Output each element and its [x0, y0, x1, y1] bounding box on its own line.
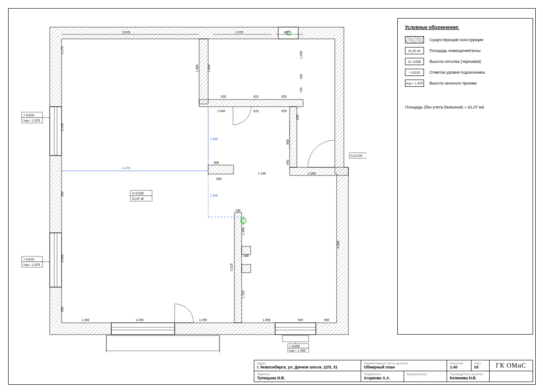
legend-item: + 0,610 Отметка уровня подоконника: [405, 69, 525, 76]
svg-text:655: 655: [296, 114, 299, 120]
window-tag-left-1: + 0,610 hок.= 1.975: [22, 112, 50, 123]
svg-text:815: 815: [253, 95, 259, 98]
legend-item: h= 3.020 Высота потолка (черновая): [405, 58, 525, 65]
svg-text:965: 965: [286, 139, 289, 145]
svg-text:4.695: 4.695: [337, 241, 340, 249]
svg-text:820: 820: [216, 177, 222, 180]
svg-text:290: 290: [61, 191, 64, 197]
tb-lead: Копенева Н.В.: [450, 376, 486, 380]
svg-text:1.340: 1.340: [81, 318, 90, 321]
svg-text:1.720: 1.720: [242, 290, 245, 298]
page: 4.470 1.360 1.205 3.970: [0, 0, 543, 392]
svg-text:1.660: 1.660: [308, 172, 316, 175]
dim-blue-v1: 1.360: [210, 137, 218, 141]
tb-scale: 1:40: [450, 365, 468, 369]
svg-rect-4: [50, 107, 62, 156]
svg-rect-3: [242, 264, 251, 273]
svg-text:2.145: 2.145: [61, 123, 64, 131]
svg-text:395: 395: [61, 307, 64, 312]
svg-text:+ 0,610: + 0,610: [24, 258, 34, 261]
svg-text:300: 300: [214, 161, 219, 164]
svg-text:945: 945: [298, 318, 303, 321]
legend-item: 61,07 м² Площадь помещения/зоны: [405, 47, 525, 54]
svg-text:560: 560: [324, 318, 329, 321]
svg-text:+ 0,610: + 0,610: [24, 113, 34, 117]
legend-title: Условные обозначения:: [405, 25, 525, 30]
svg-text:1.175: 1.175: [61, 46, 64, 54]
dim: 665: [284, 31, 290, 34]
svg-rect-6: [111, 323, 175, 335]
svg-rect-5: [50, 233, 62, 287]
legend-symbol-height: h= 3.020: [405, 58, 424, 65]
svg-rect-36: [282, 335, 309, 342]
svg-text:hок.= 1.975: hок.= 1.975: [24, 119, 40, 122]
tb-client: Тупицына И.В.: [257, 376, 358, 380]
svg-text:61,07 м²: 61,07 м²: [132, 197, 144, 200]
svg-rect-33: [106, 335, 219, 351]
legend-symbol-hatch: [405, 36, 424, 43]
svg-text:920: 920: [221, 95, 226, 98]
svg-text:1.090: 1.090: [262, 318, 271, 321]
svg-text:+ 0,605: + 0,605: [289, 345, 300, 348]
legend-symbol-sill: + 0,610: [405, 69, 424, 76]
logo: ГК ОМиС: [496, 362, 526, 369]
svg-text:2.290: 2.290: [136, 318, 144, 321]
svg-text:hок.= 1.975: hок.= 1.975: [24, 263, 40, 266]
svg-text:1.640: 1.640: [217, 109, 225, 113]
svg-text:3.225: 3.225: [230, 263, 233, 271]
svg-text:hок.= 1.955: hок.= 1.955: [289, 349, 305, 352]
svg-text:1.490: 1.490: [242, 227, 245, 235]
svg-rect-1: [208, 165, 233, 174]
svg-text:180: 180: [235, 209, 241, 212]
svg-text:1.985: 1.985: [195, 64, 199, 72]
svg-text:1.190: 1.190: [258, 172, 266, 175]
svg-text:h=2.270: h=2.270: [351, 154, 362, 157]
legend-item: Существующие конструкции: [405, 36, 525, 43]
legend-area-note: Площадь (без учета балконов) = 61,07 м2: [405, 105, 525, 109]
svg-text:250: 250: [300, 74, 303, 79]
svg-text:720: 720: [300, 87, 303, 93]
svg-text:815: 815: [253, 109, 259, 113]
legend-symbol-area: 61,07 м²: [405, 47, 424, 54]
svg-text:2.500: 2.500: [61, 254, 64, 262]
dim: 1.575: [235, 31, 243, 34]
title-block: Адрес г. Новосибирск, ул. Дачное шоссе, …: [254, 360, 533, 382]
legend-symbol-winh: hок.= 1.975: [405, 80, 424, 87]
svg-text:1.455: 1.455: [199, 318, 207, 321]
tb-developer: Агаркова А.А.: [364, 376, 401, 380]
door-tag-right: h=2.270: [349, 153, 367, 158]
svg-text:655: 655: [281, 95, 287, 98]
svg-rect-2: [242, 246, 251, 255]
room-tags: h=3.020 61,07 м²: [130, 190, 152, 201]
legend-item: hок.= 1.975 Высота оконного проема: [405, 80, 525, 87]
dim-blue-v2: 1.205: [210, 194, 218, 197]
tb-sheet: 03: [474, 365, 486, 369]
tb-sheetname: Обмерный план: [364, 365, 444, 369]
svg-text:h=3.020: h=3.020: [132, 192, 144, 195]
svg-text:655: 655: [281, 109, 287, 113]
window-tag-bottom: + 0,605 hок.= 1.955: [288, 342, 309, 353]
svg-text:440: 440: [286, 160, 289, 165]
svg-text:280: 280: [243, 254, 249, 257]
tb-address: г. Новосибирск, ул. Дачное шоссе, 22/3, …: [257, 365, 358, 369]
svg-rect-7: [275, 323, 316, 335]
svg-text:1.935: 1.935: [207, 64, 210, 72]
legend-panel: Условные обозначения: Существующие конст…: [397, 18, 533, 335]
floorplan: 4.470 1.360 1.205 3.970: [18, 18, 367, 353]
svg-text:1.055: 1.055: [300, 51, 303, 59]
window-tag-left-2: + 0,610 hок.= 1.975: [22, 256, 50, 267]
dim: 3.970: [122, 31, 130, 34]
dim-blue-h: 4.470: [122, 166, 130, 170]
